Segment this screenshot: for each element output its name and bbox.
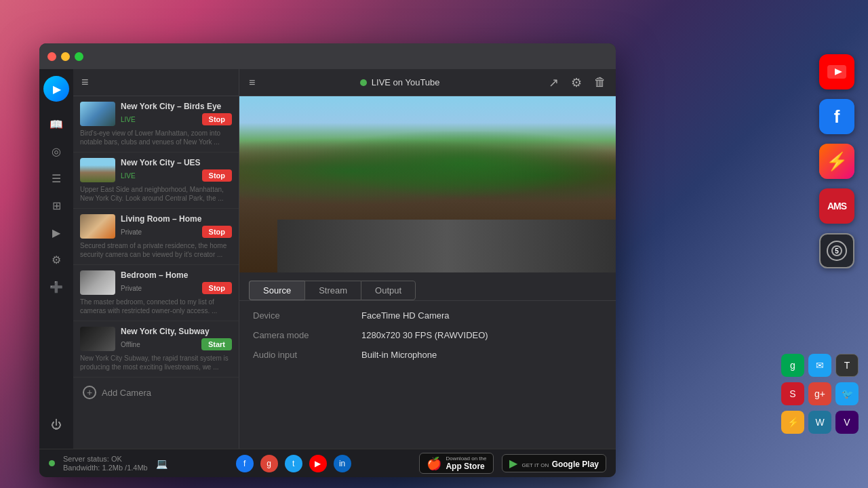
live-dot (360, 79, 367, 86)
cam-start-button-subway[interactable]: Start (201, 338, 232, 350)
add-camera-icon: + (83, 386, 96, 399)
social-twitter-icon[interactable]: t (285, 455, 302, 472)
delete-icon[interactable]: 🗑 (594, 75, 606, 89)
title-bar (39, 43, 616, 69)
dock-mini-row-3: ⚡ W V (781, 411, 859, 434)
close-button[interactable] (47, 52, 56, 61)
sidebar-btn-add[interactable]: ➕ (45, 275, 68, 298)
sidebar-btn-list[interactable]: ☰ (45, 167, 68, 190)
traffic-lights (47, 52, 83, 61)
sidebar-btn-settings[interactable]: ⚙ (45, 248, 68, 271)
tab-source[interactable]: Source (249, 281, 304, 300)
social-linkedin-icon[interactable]: in (334, 455, 351, 472)
facebook-dock-icon[interactable]: f (819, 99, 854, 134)
camera-item-living-room[interactable]: Living Room – Home Private Stop Secured … (73, 209, 239, 265)
cam-status-bedroom: Private (121, 285, 142, 292)
cam-thumb-subway (80, 327, 115, 351)
cam-stop-button-birds-eye[interactable]: Stop (202, 113, 232, 125)
camera-list: ≡ New York City – Birds Eye LIVE Stop Bi… (73, 69, 239, 449)
dock-mini-row-1: g ✉ T (781, 354, 859, 377)
share-icon[interactable]: ↗ (549, 75, 559, 90)
sidebar-btn-play[interactable]: ▶ (45, 221, 68, 244)
sidebar-power-button[interactable]: ⏻ (45, 413, 68, 436)
tab-stream[interactable]: Stream (304, 281, 361, 300)
mini-icon-9[interactable]: V (835, 411, 859, 434)
google-play-badge[interactable]: ▶ GET IT ON Google Play (502, 454, 606, 472)
mini-icon-8[interactable]: W (808, 411, 831, 434)
cam-stop-button-ues[interactable]: Stop (202, 169, 232, 182)
bandwidth-info-icon[interactable]: 💻 (156, 458, 167, 469)
mini-icon-1[interactable]: g (781, 354, 804, 377)
ams-dock-icon[interactable]: AMS (819, 188, 854, 224)
settings-icon[interactable]: ⚙ (571, 75, 582, 90)
cam-status-ues: LIVE (121, 172, 136, 180)
s5-dock-icon[interactable]: 5 (819, 233, 854, 268)
sidebar-icons: 📖 ◎ ☰ ⊞ ▶ ⚙ ➕ ⏻ (39, 69, 73, 449)
social-google-icon[interactable]: g (260, 455, 278, 472)
cam-status-birds-eye: LIVE (121, 116, 136, 123)
camera-item-bedroom[interactable]: Bedroom – Home Private Stop The master b… (73, 265, 239, 321)
list-menu-icon[interactable]: ≡ (81, 75, 89, 89)
google-play-icon: ▶ (509, 457, 517, 470)
sidebar-btn-book[interactable]: 📖 (45, 113, 68, 136)
app-store-badge[interactable]: 🍎 Download on the App Store (419, 453, 494, 474)
field-label-audio-input: Audio input (253, 350, 348, 360)
cam-status-subway: Offline (121, 341, 140, 348)
google-play-main-text: Google Play (552, 460, 599, 469)
cam-status-living-room: Private (121, 228, 142, 236)
add-camera-label: Add Camera (102, 388, 151, 398)
details-panel: Source Stream Output Device FaceTime HD … (239, 272, 616, 449)
cam-stop-button-living-room[interactable]: Stop (202, 226, 232, 238)
camera-item-subway[interactable]: New York City, Subway Offline Start New … (73, 321, 239, 378)
camera-item-ues[interactable]: New York City – UES LIVE Stop Upper East… (73, 152, 239, 209)
field-row-camera-mode: Camera mode 868x488 30 FPS (RAWVIDEO) (253, 330, 602, 340)
field-value-audio-input: Built-in Microphone (361, 350, 437, 360)
minimize-button[interactable] (61, 52, 70, 61)
street-road (277, 220, 616, 272)
social-youtube-icon[interactable]: ▶ (309, 455, 327, 472)
live-indicator: LIVE on YouTube (360, 77, 440, 87)
mini-icon-7[interactable]: ⚡ (781, 411, 804, 434)
cam-name-subway: New York City, Subway (121, 327, 232, 336)
video-preview (239, 96, 616, 272)
maximize-button[interactable] (75, 52, 83, 61)
cam-name-ues: New York City – UES (121, 158, 232, 167)
cam-desc-bedroom: The master bedroom, connected to my list… (80, 298, 232, 315)
toolbar-menu-icon[interactable]: ≡ (249, 77, 255, 89)
dock-right: f ⚡ AMS 5 (819, 54, 854, 268)
cam-thumb-bedroom (80, 270, 115, 295)
preview-area: ≡ LIVE on YouTube ↗ ⚙ 🗑 (239, 69, 616, 449)
apple-icon: 🍎 (427, 456, 441, 471)
camera-item-birds-eye[interactable]: New York City – Birds Eye LIVE Stop Bird… (73, 96, 239, 152)
mini-icon-5[interactable]: g+ (808, 382, 831, 405)
field-label-device: Device (253, 310, 348, 321)
tab-output[interactable]: Output (361, 281, 416, 300)
street-trees (239, 131, 616, 211)
cam-thumb-ues (80, 158, 115, 182)
cam-thumb-birds-eye (80, 102, 115, 126)
mini-icon-2[interactable]: ✉ (808, 354, 831, 377)
field-row-device: Device FaceTime HD Camera (253, 310, 602, 321)
youtube-dock-icon[interactable] (819, 54, 854, 89)
cam-name-bedroom: Bedroom – Home (121, 270, 232, 280)
preview-toolbar: ≡ LIVE on YouTube ↗ ⚙ 🗑 (239, 69, 616, 96)
main-content: 📖 ◎ ☰ ⊞ ▶ ⚙ ➕ ⏻ ≡ New York City – Birds … (39, 69, 616, 449)
field-value-device: FaceTime HD Camera (361, 310, 450, 321)
mini-icon-3[interactable]: T (835, 354, 859, 377)
cam-desc-birds-eye: Bird's-eye view of Lower Manhattan, zoom… (80, 129, 232, 146)
sidebar-btn-location[interactable]: ◎ (45, 140, 68, 163)
cam-name-birds-eye: New York City – Birds Eye (121, 102, 232, 111)
details-tabs: Source Stream Output (239, 272, 616, 301)
cam-stop-button-bedroom[interactable]: Stop (202, 282, 232, 294)
mini-icon-4[interactable]: S (781, 382, 804, 405)
app-logo[interactable] (43, 76, 69, 102)
social-facebook-icon[interactable]: f (236, 455, 254, 472)
footer-social: f g t ▶ in (236, 455, 351, 472)
live-text: LIVE on YouTube (372, 77, 440, 87)
lightning-dock-icon[interactable]: ⚡ (819, 144, 854, 179)
add-camera-button[interactable]: + Add Camera (73, 378, 239, 407)
sidebar-btn-grid[interactable]: ⊞ (45, 194, 68, 217)
mini-icon-6[interactable]: 🐦 (835, 382, 859, 405)
camera-list-header: ≡ (73, 69, 239, 96)
dock-mini-row-2: S g+ 🐦 (781, 382, 859, 405)
